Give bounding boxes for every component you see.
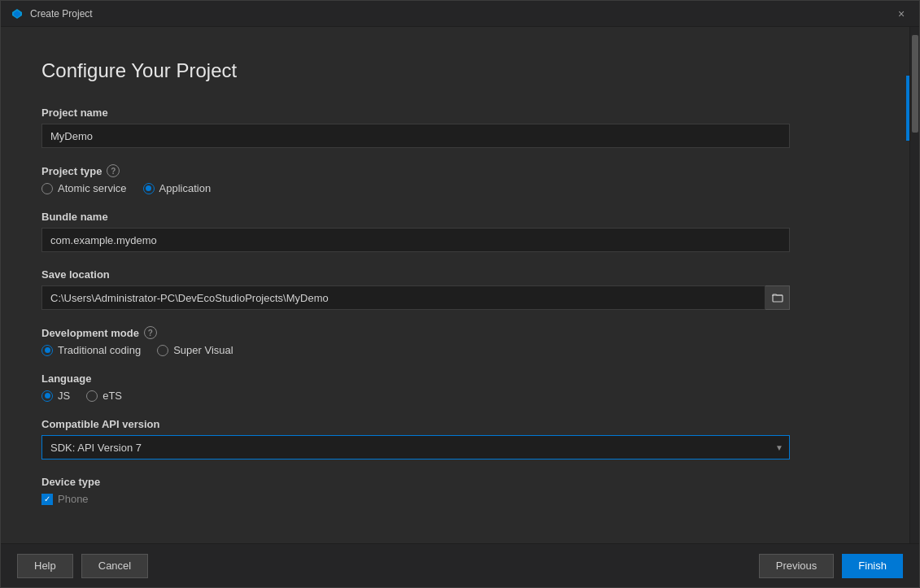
checkbox-phone-label: Phone [58, 493, 89, 505]
footer: Help Cancel Previous Finish [1, 543, 919, 587]
radio-super-visual-label: Super Visual [173, 344, 233, 356]
bundle-name-label: Bundle name [41, 211, 869, 223]
radio-js-outer [41, 390, 53, 402]
device-type-label: Device type [41, 476, 869, 488]
scrollbar-thumb[interactable] [912, 35, 918, 133]
radio-application[interactable]: Application [143, 182, 211, 194]
development-mode-help-icon[interactable]: ? [144, 326, 157, 339]
radio-application-inner [146, 185, 151, 191]
radio-application-outer [143, 183, 155, 194]
api-version-label: Compatible API version [41, 418, 869, 430]
save-location-input[interactable] [41, 285, 765, 310]
create-project-dialog: Create Project × Configure Your Project … [0, 0, 920, 588]
bundle-name-group: Bundle name [41, 211, 869, 252]
title-bar-text: Create Project [30, 8, 893, 20]
app-icon [11, 7, 24, 20]
radio-atomic-service[interactable]: Atomic service [41, 182, 127, 194]
project-type-group: Project type ? Atomic service Applicatio… [41, 164, 869, 194]
footer-right: Previous Finish [759, 554, 903, 578]
save-location-input-group [41, 285, 790, 310]
api-version-select-wrapper: SDK: API Version 7 SDK: API Version 8 SD… [41, 435, 790, 460]
save-location-label: Save location [41, 268, 869, 281]
close-button[interactable]: × [893, 6, 909, 22]
radio-js-inner [45, 393, 50, 399]
page-title: Configure Your Project [41, 59, 869, 82]
language-group: Language JS eTS [41, 372, 869, 402]
radio-traditional-coding-inner [45, 347, 50, 353]
radio-traditional-coding-outer [41, 345, 53, 356]
radio-js[interactable]: JS [41, 390, 70, 402]
development-mode-label: Development mode ? [41, 326, 869, 339]
project-type-help-icon[interactable]: ? [107, 164, 120, 177]
main-content: Configure Your Project Project name Proj… [1, 27, 909, 543]
svg-rect-2 [773, 295, 783, 302]
bundle-name-input[interactable] [41, 228, 790, 252]
radio-atomic-service-label: Atomic service [58, 182, 127, 194]
checkbox-phone-outer: ✓ [41, 494, 53, 505]
scrollbar-rail[interactable] [909, 27, 919, 543]
browse-button[interactable] [765, 285, 790, 310]
api-version-group: Compatible API version SDK: API Version … [41, 418, 869, 460]
radio-application-label: Application [159, 182, 211, 194]
finish-button[interactable]: Finish [842, 554, 903, 578]
project-name-group: Project name [41, 107, 869, 148]
title-bar: Create Project × [1, 1, 919, 27]
language-label: Language [41, 372, 869, 385]
help-button[interactable]: Help [17, 554, 73, 578]
radio-atomic-service-outer [41, 183, 53, 194]
radio-ets[interactable]: eTS [86, 390, 122, 402]
cancel-button[interactable]: Cancel [81, 554, 148, 578]
footer-left: Help Cancel [17, 554, 148, 578]
content-area: Configure Your Project Project name Proj… [1, 27, 919, 543]
radio-super-visual[interactable]: Super Visual [157, 344, 233, 356]
development-mode-radio-group: Traditional coding Super Visual [41, 344, 869, 356]
checkbox-check-icon: ✓ [44, 495, 50, 503]
folder-icon [772, 292, 783, 303]
radio-ets-outer [86, 390, 98, 402]
checkbox-phone[interactable]: ✓ Phone [41, 493, 869, 505]
previous-button[interactable]: Previous [759, 554, 835, 578]
project-type-label: Project type ? [41, 164, 869, 177]
device-type-group: Device type ✓ Phone [41, 476, 869, 505]
radio-js-label: JS [58, 390, 70, 402]
development-mode-group: Development mode ? Traditional coding Su… [41, 326, 869, 356]
radio-traditional-coding[interactable]: Traditional coding [41, 344, 141, 356]
project-name-label: Project name [41, 107, 869, 119]
save-location-group: Save location [41, 268, 869, 310]
project-type-radio-group: Atomic service Application [41, 182, 869, 194]
api-version-select[interactable]: SDK: API Version 7 SDK: API Version 8 SD… [41, 435, 790, 460]
radio-ets-label: eTS [102, 390, 122, 402]
radio-traditional-coding-label: Traditional coding [58, 344, 141, 356]
radio-super-visual-outer [157, 345, 168, 356]
language-radio-group: JS eTS [41, 390, 869, 402]
project-name-input[interactable] [41, 124, 790, 148]
